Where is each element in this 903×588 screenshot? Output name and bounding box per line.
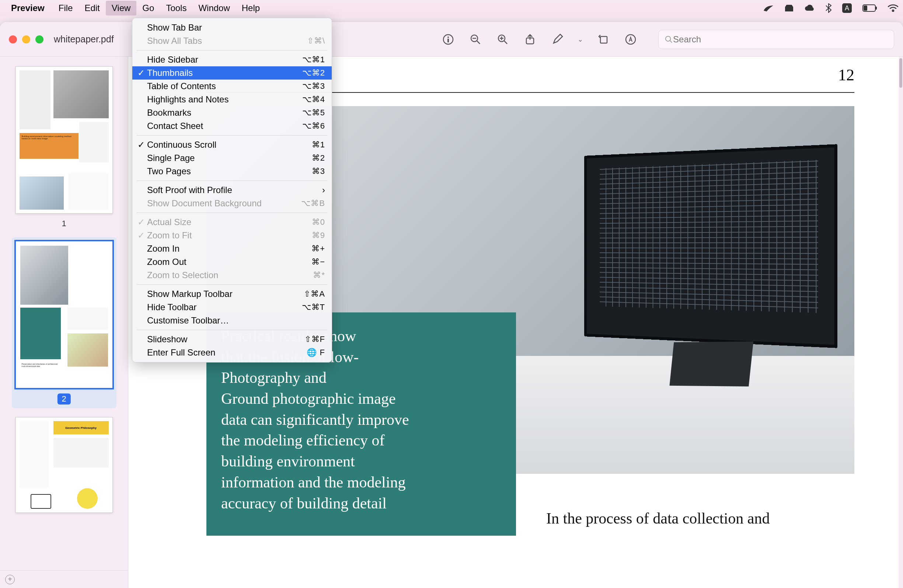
wifi-icon[interactable] bbox=[887, 4, 898, 12]
menu-item-label: Show Document Background bbox=[147, 198, 262, 209]
app-name[interactable]: Preview bbox=[11, 3, 45, 13]
add-page-button[interactable]: + bbox=[5, 575, 15, 584]
menu-item-label: Show Tab Bar bbox=[147, 22, 202, 33]
search-field[interactable] bbox=[658, 30, 894, 49]
menu-item-show-tab-bar[interactable]: Show Tab Bar bbox=[132, 21, 332, 34]
menu-shortcut: ⌘2 bbox=[312, 153, 325, 163]
a-box-icon[interactable]: A bbox=[842, 3, 852, 13]
thumbnail-page-3[interactable]: Geometric Philosophy bbox=[16, 417, 113, 513]
search-input[interactable] bbox=[673, 34, 888, 45]
menu-item-continuous-scroll[interactable]: ✓Continuous Scroll⌘1 bbox=[132, 138, 332, 151]
view-menu-dropdown: Show Tab BarShow All Tabs⇧⌘\Hide Sidebar… bbox=[132, 18, 332, 363]
thumbnail-page-1[interactable]: Building environment information modelin… bbox=[16, 66, 113, 228]
menu-item-thumbnails[interactable]: ✓Thumbnails⌥⌘2 bbox=[132, 66, 332, 80]
svg-rect-3 bbox=[864, 6, 867, 11]
menu-item-contact-sheet[interactable]: Contact Sheet⌥⌘6 bbox=[132, 119, 332, 133]
menu-edit[interactable]: Edit bbox=[79, 1, 105, 16]
menu-separator bbox=[137, 181, 327, 181]
menu-help[interactable]: Help bbox=[236, 1, 266, 16]
cloud-icon[interactable] bbox=[804, 4, 815, 12]
menu-item-label: Actual Size bbox=[147, 217, 191, 227]
menu-item-two-pages[interactable]: Two Pages⌘3 bbox=[132, 165, 332, 178]
menu-item-show-all-tabs: Show All Tabs⇧⌘\ bbox=[132, 34, 332, 47]
menu-shortcut: ⌘+ bbox=[311, 244, 325, 253]
vertical-scrollbar[interactable] bbox=[898, 57, 903, 588]
swoosh-icon[interactable] bbox=[763, 4, 774, 12]
menu-shortcut: ⌥⌘6 bbox=[302, 121, 325, 131]
menu-window[interactable]: Window bbox=[192, 1, 236, 16]
thumb1-orange-block: Building environment information modelin… bbox=[19, 133, 79, 159]
menu-tools[interactable]: Tools bbox=[160, 1, 192, 16]
bluetooth-icon[interactable] bbox=[826, 3, 832, 13]
markup-icon[interactable] bbox=[624, 32, 638, 46]
menu-shortcut: ⌘* bbox=[313, 270, 325, 280]
submenu-arrow-icon: › bbox=[322, 185, 325, 195]
menu-item-label: Soft Proof with Profile bbox=[147, 185, 232, 195]
menu-separator bbox=[137, 50, 327, 50]
thumb3-title: Geometric Philosophy bbox=[53, 421, 109, 434]
menu-file[interactable]: File bbox=[53, 1, 79, 16]
menu-item-show-markup-toolbar[interactable]: Show Markup Toolbar⇧⌘A bbox=[132, 288, 332, 300]
check-icon: ✓ bbox=[137, 230, 145, 241]
svg-point-6 bbox=[447, 36, 449, 38]
thumbnail-page-2[interactable]: Preservation and inheritance of architec… bbox=[12, 237, 116, 408]
menu-item-highlights-and-notes[interactable]: Highlights and Notes⌥⌘4 bbox=[132, 93, 332, 106]
minimize-window-button[interactable] bbox=[22, 35, 30, 44]
menu-view[interactable]: View bbox=[106, 1, 137, 16]
zoom-in-icon[interactable] bbox=[496, 32, 510, 46]
close-window-button[interactable] bbox=[9, 35, 17, 44]
menu-shortcut: ⇧⌘F bbox=[304, 335, 325, 344]
menu-item-hide-toolbar[interactable]: Hide Toolbar⌥⌘T bbox=[132, 300, 332, 314]
menu-item-table-of-contents[interactable]: Table of Contents⌥⌘3 bbox=[132, 80, 332, 93]
menu-shortcut: ⌥⌘T bbox=[302, 302, 325, 312]
check-icon: ✓ bbox=[137, 68, 145, 78]
menu-item-soft-proof-with-profile[interactable]: Soft Proof with Profile› bbox=[132, 184, 332, 197]
menu-shortcut: ⌥⌘3 bbox=[302, 82, 325, 91]
menu-separator bbox=[137, 330, 327, 330]
thumb2-title: Preservation and inheritance of architec… bbox=[20, 362, 61, 384]
menu-item-label: Show Markup Toolbar bbox=[147, 289, 233, 299]
menu-shortcut: ⇧⌘A bbox=[304, 289, 325, 299]
zoom-window-button[interactable] bbox=[35, 35, 44, 44]
sidebar-footer: + bbox=[0, 570, 128, 588]
menu-item-single-page[interactable]: Single Page⌘2 bbox=[132, 151, 332, 165]
chevron-down-icon[interactable]: ⌄ bbox=[577, 35, 583, 44]
menu-item-hide-sidebar[interactable]: Hide Sidebar⌥⌘1 bbox=[132, 53, 332, 66]
document-title: whitepaper.pdf bbox=[54, 34, 114, 45]
highlight-icon[interactable] bbox=[550, 32, 564, 46]
box-icon[interactable] bbox=[784, 4, 794, 12]
menu-item-label: Two Pages bbox=[147, 166, 191, 176]
menu-item-zoom-out[interactable]: Zoom Out⌘− bbox=[132, 255, 332, 269]
menu-shortcut: ⌘− bbox=[311, 257, 325, 267]
menu-item-slideshow[interactable]: Slideshow⇧⌘F bbox=[132, 333, 332, 346]
menu-shortcut: ⌥⌘2 bbox=[302, 68, 325, 78]
svg-rect-7 bbox=[447, 39, 449, 42]
menu-item-label: Customise Toolbar… bbox=[147, 315, 229, 326]
svg-line-19 bbox=[670, 40, 672, 42]
menu-item-label: Slideshow bbox=[147, 334, 187, 344]
menu-item-label: Zoom Out bbox=[147, 257, 187, 267]
menu-item-label: Contact Sheet bbox=[147, 121, 203, 131]
search-icon bbox=[664, 35, 673, 44]
thumbnail-number: 2 bbox=[57, 393, 71, 404]
menu-item-enter-full-screen[interactable]: Enter Full Screen🌐 F bbox=[132, 346, 332, 359]
rotate-icon[interactable] bbox=[596, 32, 610, 46]
menu-item-label: Zoom to Selection bbox=[147, 270, 218, 280]
svg-point-18 bbox=[665, 36, 670, 41]
menu-item-zoom-in[interactable]: Zoom In⌘+ bbox=[132, 242, 332, 255]
menu-shortcut: ⌥⌘4 bbox=[302, 95, 325, 104]
info-icon[interactable] bbox=[441, 32, 455, 46]
menu-item-bookmarks[interactable]: Bookmarks⌥⌘5 bbox=[132, 106, 332, 119]
share-icon[interactable] bbox=[523, 32, 537, 46]
zoom-out-icon[interactable] bbox=[469, 32, 483, 46]
menu-shortcut: ⌘3 bbox=[312, 167, 325, 176]
menu-item-customise-toolbar[interactable]: Customise Toolbar… bbox=[132, 314, 332, 327]
svg-line-9 bbox=[477, 41, 480, 44]
svg-rect-16 bbox=[600, 36, 607, 43]
menu-go[interactable]: Go bbox=[136, 1, 160, 16]
menu-item-label: Thumbnails bbox=[147, 68, 193, 78]
menu-item-label: Enter Full Screen bbox=[147, 347, 215, 358]
menu-shortcut: 🌐 F bbox=[307, 348, 325, 357]
battery-icon[interactable] bbox=[862, 5, 877, 12]
scrollbar-thumb[interactable] bbox=[899, 58, 902, 88]
